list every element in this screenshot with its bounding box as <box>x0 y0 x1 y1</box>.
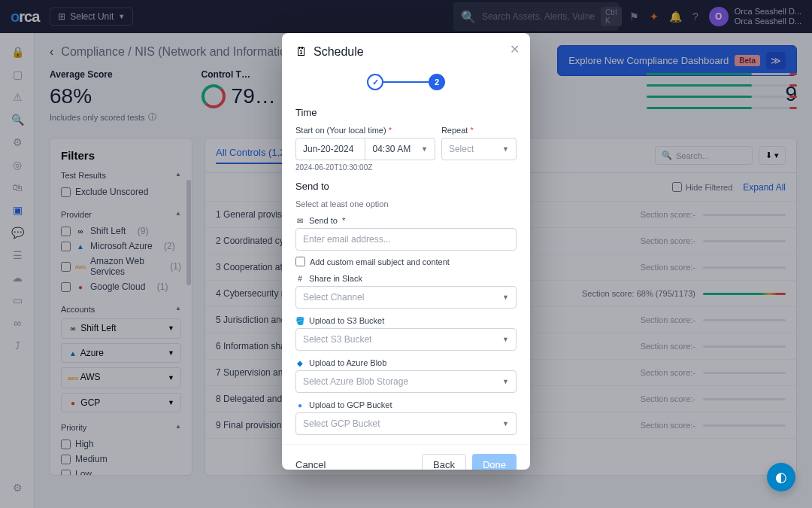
chevron-down-icon: ▼ <box>502 378 509 385</box>
modal-title: Schedule <box>314 45 364 59</box>
step-line <box>383 81 429 83</box>
chevron-down-icon: ▼ <box>502 420 509 427</box>
s3-label: Upload to S3 Bucket <box>309 316 384 325</box>
email-icon: ✉ <box>295 216 304 225</box>
modal-footer: Cancel Back Done <box>282 444 530 470</box>
modal-overlay: ✕ 🗓 Schedule ✓ 2 Time Start on (Your loc… <box>0 0 812 508</box>
done-button[interactable]: Done <box>472 454 517 470</box>
gcp-select[interactable]: Select GCP Bucket▼ <box>295 412 517 435</box>
gcp-bucket-icon: ● <box>295 400 304 409</box>
time-section-title: Time <box>295 107 517 118</box>
gcp-label: Upload to GCP Bucket <box>309 400 392 409</box>
help-fab[interactable]: ◐ <box>767 463 795 491</box>
send-helper: Select at least one option <box>295 199 517 208</box>
slack-icon: # <box>295 274 304 283</box>
email-input[interactable]: Enter email address... <box>295 228 517 251</box>
azure-label: Upload to Azure Blob <box>309 358 386 367</box>
stepper: ✓ 2 <box>282 66 530 102</box>
chevron-down-icon: ▼ <box>502 336 509 343</box>
chevron-down-icon: ▼ <box>421 145 428 153</box>
start-time-select[interactable]: 04:30 AM▼ <box>365 138 435 160</box>
cancel-button[interactable]: Cancel <box>295 459 326 470</box>
back-button[interactable]: Back <box>422 454 466 470</box>
azure-blob-icon: ◆ <box>295 358 304 367</box>
repeat-label: Repeat <box>441 126 468 135</box>
email-label: Send to <box>309 216 338 225</box>
calendar-icon: 🗓 <box>295 45 308 59</box>
s3-select[interactable]: Select S3 Bucket▼ <box>295 328 517 351</box>
timestamp-text: 2024-06-20T10:30:00Z <box>295 163 517 172</box>
repeat-select[interactable]: Select▼ <box>441 138 517 160</box>
step-2: 2 <box>429 74 445 90</box>
start-label: Start on (Your local time) <box>295 126 386 135</box>
slack-select[interactable]: Select Channel▼ <box>295 286 517 309</box>
chevron-down-icon: ▼ <box>502 145 509 153</box>
custom-subject-checkbox[interactable]: Add custom email subject and content <box>295 257 517 266</box>
slack-label: Share in Slack <box>309 274 362 283</box>
s3-icon: 🪣 <box>295 316 304 325</box>
start-date-input[interactable]: Jun-20-2024 <box>295 138 365 160</box>
send-section-title: Send to <box>295 181 517 192</box>
chevron-down-icon: ▼ <box>502 294 509 301</box>
close-button[interactable]: ✕ <box>510 42 520 56</box>
modal-header: 🗓 Schedule <box>282 33 530 66</box>
schedule-modal: ✕ 🗓 Schedule ✓ 2 Time Start on (Your loc… <box>282 33 530 470</box>
custom-subject-cb[interactable] <box>295 257 305 266</box>
step-1: ✓ <box>367 74 383 90</box>
azure-select[interactable]: Select Azure Blob Storage▼ <box>295 370 517 393</box>
modal-body: Time Start on (Your local time) * Jun-20… <box>282 107 530 444</box>
